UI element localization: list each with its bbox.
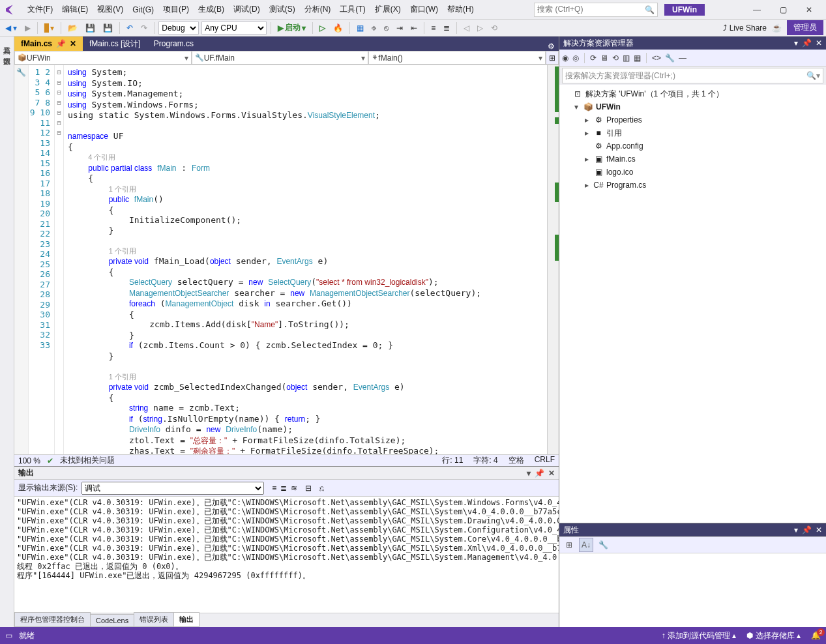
output-tb-3[interactable]: ≋ [291, 484, 297, 493]
bottom-tab[interactable]: 输出 [173, 612, 199, 627]
tree-node[interactable]: ▸C#Program.cs [562, 179, 823, 192]
tb-icon-3[interactable]: ⎋ [381, 22, 391, 34]
output-pin-icon[interactable]: 📌 [535, 469, 544, 478]
redo-icon[interactable]: ↷ [138, 22, 150, 34]
tree-node[interactable]: ▾📦UFWin [562, 100, 823, 113]
menu-item[interactable]: 视图(V) [93, 3, 127, 16]
sln-tool-8[interactable]: <> [652, 53, 661, 63]
output-close-icon[interactable]: ✕ [548, 469, 555, 478]
props-category-icon[interactable]: ⊞ [562, 538, 576, 552]
menu-item[interactable]: 分析(N) [301, 3, 335, 16]
tb-icon-2[interactable]: ⎆ [369, 22, 379, 34]
undo-icon[interactable]: ↶ [124, 22, 136, 34]
output-icon[interactable]: ▭ [5, 631, 12, 640]
tb-icon-8[interactable]: ◁ [461, 22, 472, 34]
solution-tree[interactable]: ⊡解决方案 'UFWin'（1 个项目，共 1 个）▾📦UFWin▸⚙Prope… [559, 85, 826, 523]
menu-item[interactable]: 调试(D) [229, 3, 264, 16]
menu-item[interactable]: 项目(P) [159, 3, 193, 16]
close-button[interactable]: ✕ [796, 1, 822, 19]
sln-tool-6[interactable]: ▥ [623, 53, 630, 63]
new-button[interactable]: ▊▾ [42, 22, 57, 34]
start-no-debug-button[interactable]: ▷ [317, 22, 328, 34]
tb-icon-10[interactable]: ⟲ [488, 22, 500, 34]
output-source-select[interactable]: 调试 [81, 482, 264, 495]
menu-item[interactable]: 扩展(X) [371, 3, 405, 16]
menu-item[interactable]: 测试(S) [265, 3, 299, 16]
tree-node[interactable]: ⚙App.config [562, 139, 823, 153]
tb-icon-5[interactable]: ⇤ [408, 22, 420, 34]
vertical-scrollbar[interactable] [547, 65, 559, 454]
menu-item[interactable]: 工具(T) [336, 3, 369, 16]
menu-item[interactable]: 编辑(E) [58, 3, 92, 16]
tree-node[interactable]: ▣logo.ico [562, 166, 823, 179]
toolbox-tab[interactable]: 工具箱 [1, 39, 13, 44]
menu-item[interactable]: Git(G) [128, 4, 158, 16]
live-share-button[interactable]: ⤴ Live Share [723, 23, 767, 33]
maximize-button[interactable]: ▢ [770, 1, 796, 19]
tb-icon-6[interactable]: ≡ [428, 22, 438, 34]
tree-node[interactable]: ▸▣fMain.cs [562, 153, 823, 166]
start-button[interactable]: ▶ 启动 ▾ [275, 21, 308, 35]
output-dropdown-icon[interactable]: ▾ [527, 469, 531, 478]
document-tab[interactable]: fMain.cs [设计] [83, 37, 147, 51]
bottom-tab[interactable]: 程序包管理器控制台 [14, 612, 91, 627]
datasource-tab[interactable]: 数据源 [1, 50, 13, 55]
output-tb-2[interactable]: ≣ [280, 484, 287, 493]
bottom-tab[interactable]: CodeLens [90, 614, 134, 627]
sln-tool-5[interactable]: ⟲ [612, 53, 619, 63]
hot-reload-icon[interactable]: 🔥 [331, 22, 346, 34]
output-tb-4[interactable]: ⊟ [305, 484, 312, 493]
solution-search-input[interactable]: 搜索解决方案资源管理器(Ctrl+;)🔍▾ [562, 68, 823, 83]
document-tab[interactable]: fMain.cs 📌 ✕ [14, 37, 83, 51]
back-button[interactable]: ◀ ▾ [3, 22, 20, 34]
pin-icon[interactable]: 📌 [56, 39, 66, 48]
notifications-icon[interactable]: 🔔2 [811, 631, 821, 640]
tb-icon-4[interactable]: ⇥ [394, 22, 406, 34]
tb-icon-7[interactable]: ≣ [441, 22, 452, 34]
props-alpha-icon[interactable]: A↓ [579, 538, 593, 552]
minimize-button[interactable]: — [744, 1, 770, 19]
forward-button[interactable]: ▶ [22, 22, 33, 34]
sln-tool-9[interactable]: 🔧 [665, 53, 675, 63]
menu-item[interactable]: 文件(F) [23, 3, 57, 16]
select-repo[interactable]: ⬢ 选择存储库 ▴ [746, 630, 801, 641]
sln-tool-4[interactable]: 🖥 [600, 53, 608, 63]
output-text[interactable]: "UFWin.exe"(CLR v4.0.30319: UFWin.exe)。已… [14, 497, 559, 613]
open-icon[interactable]: 📂 [65, 22, 80, 34]
tb-icon-9[interactable]: ▷ [475, 22, 486, 34]
sln-tool-7[interactable]: ▦ [634, 53, 641, 63]
nav-member-select[interactable]: ⚘ fMain()▾ [368, 51, 546, 65]
add-source-control[interactable]: ↑ 添加到源代码管理 ▴ [662, 630, 737, 641]
sln-home-icon[interactable]: ◉ [562, 53, 568, 63]
nav-class-select[interactable]: 🔧 UF.fMain▾ [192, 51, 369, 65]
save-icon[interactable]: 💾 [83, 22, 98, 34]
tree-node[interactable]: ▸■引用 [562, 126, 823, 139]
zoom-level[interactable]: 100 % [18, 456, 40, 465]
sln-tool-3[interactable]: ⟳ [590, 53, 597, 63]
save-all-icon[interactable]: 💾 [100, 22, 115, 34]
tree-node[interactable]: ▸⚙Properties [562, 113, 823, 126]
output-tb-5[interactable]: ⎌ [319, 484, 324, 493]
nav-project-select[interactable]: 📦 UFWin▾ [14, 51, 192, 65]
document-tab[interactable]: Program.cs [147, 37, 200, 51]
tree-node[interactable]: ⊡解决方案 'UFWin'（1 个项目，共 1 个） [562, 87, 823, 100]
global-search-input[interactable]: 搜索 (Ctrl+Q)🔍 [534, 3, 658, 17]
sln-tool-2[interactable]: ◎ [572, 53, 579, 63]
props-wrench-icon[interactable]: 🔧 [596, 538, 610, 552]
tab-gear-icon[interactable]: ⚙ [544, 42, 559, 51]
sln-tool-10[interactable]: — [679, 53, 686, 63]
tb-icon-1[interactable]: ▦ [354, 22, 366, 34]
bottom-tab[interactable]: 错误列表 [134, 612, 174, 627]
tab-close-icon[interactable]: ✕ [70, 39, 76, 48]
fold-margin: ⊟ ⊟ ⊟ ⊟ ⊟ ⊟ ⊟ [55, 65, 64, 454]
feedback-icon[interactable]: ☕ [772, 23, 782, 33]
nav-split-button[interactable]: ⊞ [546, 51, 559, 65]
output-tb-1[interactable]: ≡ [272, 484, 276, 493]
menu-item[interactable]: 窗口(W) [406, 3, 442, 16]
menu-item[interactable]: 生成(B) [194, 3, 228, 16]
config-select[interactable]: Debug [158, 22, 199, 35]
code-editor[interactable]: 🔧 1 2 3 4 5 6 7 8 9 10 11 12 13 14 15 16… [14, 65, 559, 454]
platform-select[interactable]: Any CPU [201, 22, 267, 35]
menu-item[interactable]: 帮助(H) [443, 3, 478, 16]
code-area[interactable]: using System; using System.IO; using Sys… [64, 65, 547, 454]
